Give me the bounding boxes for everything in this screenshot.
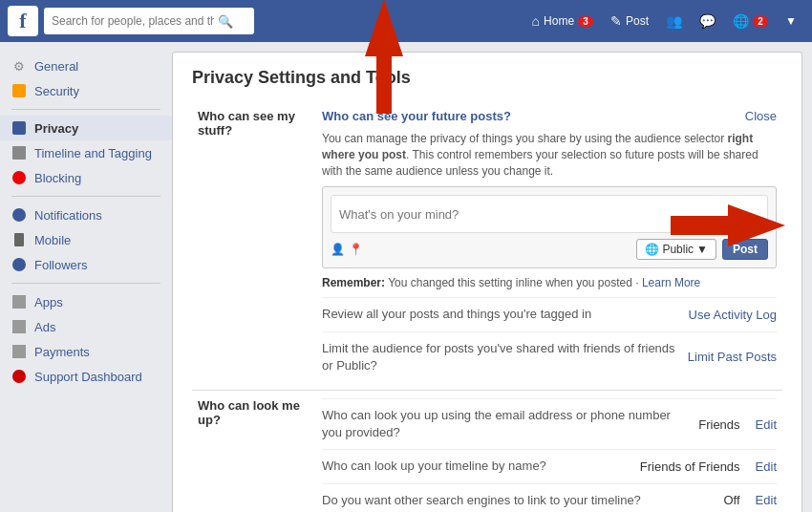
- post-nav-item[interactable]: ✎ Post: [603, 10, 656, 32]
- what-on-mind-input[interactable]: [331, 195, 768, 233]
- sidebar-item-notifications[interactable]: Notifications: [0, 203, 172, 227]
- nav-items: ⌂ Home 3 ✎ Post 👥 💬 🌐 2 ▼: [524, 10, 804, 32]
- search-bar[interactable]: 🔍: [44, 8, 254, 34]
- privacy-icon: [11, 120, 27, 136]
- payments-icon: [11, 344, 27, 359]
- sidebar-divider: [11, 109, 160, 110]
- future-posts-header: Who can see your future posts? Close: [322, 109, 777, 127]
- lock-icon: [11, 83, 27, 98]
- sidebar-item-mobile[interactable]: Mobile: [0, 227, 172, 252]
- future-posts-box: 👤 📍 🌐 Public ▼ Post: [322, 186, 777, 268]
- bell-icon: [11, 207, 27, 223]
- home-nav-item[interactable]: ⌂ Home 3: [524, 10, 601, 32]
- table-row-future-posts: Who can see my stuff? Who can see your f…: [192, 101, 782, 390]
- future-posts-desc: You can manage the privacy of things you…: [322, 131, 777, 179]
- sidebar-item-privacy[interactable]: Privacy: [0, 116, 172, 140]
- search-engines-row: Do you want other search engines to link…: [322, 483, 777, 512]
- timeline-icon: [11, 145, 27, 160]
- row-header-lookup: Who can look me up?: [192, 390, 316, 512]
- sidebar-item-ads[interactable]: Ads: [0, 314, 172, 339]
- support-icon: [11, 369, 27, 384]
- apps-icon: [11, 294, 27, 309]
- globe-small-icon: 🌐: [645, 243, 659, 256]
- sidebar: ⚙ General Security Privacy Timeline and …: [0, 42, 172, 512]
- search-icon[interactable]: 🔍: [218, 14, 233, 29]
- sidebar-item-blocking[interactable]: Blocking: [0, 165, 172, 190]
- page-title: Privacy Settings and Tools: [192, 68, 782, 88]
- name-lookup-row: Who can look up your timeline by name? F…: [322, 449, 777, 482]
- friends-nav-item[interactable]: 👥: [658, 10, 690, 32]
- name-lookup-edit[interactable]: Edit: [756, 459, 777, 474]
- globe-icon: 🌐: [733, 13, 749, 29]
- block-icon: [11, 170, 27, 185]
- row-header-future-posts: Who can see my stuff?: [192, 101, 316, 390]
- email-lookup-edit[interactable]: Edit: [756, 417, 777, 432]
- learn-more-link[interactable]: Learn More: [642, 276, 700, 289]
- sidebar-item-support[interactable]: Support Dashboard: [0, 364, 172, 389]
- mobile-icon: [11, 232, 27, 247]
- remember-text: Remember: You changed this setting inlin…: [322, 276, 777, 289]
- sidebar-divider-2: [11, 196, 160, 197]
- post-controls: 👤 📍 🌐 Public ▼ Post: [331, 239, 768, 260]
- globe-badge: 2: [753, 16, 768, 27]
- location-icon: 📍: [349, 243, 363, 256]
- activity-log-row: Review all your posts and things you're …: [322, 297, 777, 331]
- globe-nav-item[interactable]: 🌐 2: [725, 10, 776, 32]
- future-posts-section: Who can see your future posts? Close You…: [322, 109, 777, 289]
- search-engines-edit[interactable]: Edit: [756, 493, 777, 507]
- audience-selector-button[interactable]: 🌐 Public ▼: [636, 239, 716, 260]
- limit-past-link[interactable]: Limit Past Posts: [688, 350, 777, 364]
- sidebar-item-general[interactable]: ⚙ General: [0, 53, 172, 78]
- future-posts-title: Who can see your future posts?: [322, 109, 511, 123]
- followers-icon: [11, 257, 27, 272]
- post-button[interactable]: Post: [722, 239, 768, 260]
- facebook-logo: f: [8, 6, 38, 36]
- row-main-future-posts: Who can see your future posts? Close You…: [316, 101, 782, 390]
- page-wrap: ⚙ General Security Privacy Timeline and …: [0, 42, 812, 512]
- sidebar-divider-3: [11, 283, 160, 284]
- edit-icon: ✎: [610, 13, 622, 29]
- sidebar-item-payments[interactable]: Payments: [0, 339, 172, 364]
- settings-table: Who can see my stuff? Who can see your f…: [192, 101, 782, 512]
- search-input[interactable]: [52, 14, 214, 28]
- messages-nav-item[interactable]: 💬: [692, 10, 723, 32]
- messages-icon: 💬: [699, 13, 716, 29]
- close-link[interactable]: Close: [745, 109, 777, 123]
- sidebar-item-followers[interactable]: Followers: [0, 252, 172, 277]
- sidebar-item-apps[interactable]: Apps: [0, 289, 172, 314]
- sidebar-item-security[interactable]: Security: [0, 78, 172, 103]
- chevron-nav-item[interactable]: ▼: [778, 11, 804, 32]
- email-lookup-row: Who can look you up using the email addr…: [322, 398, 777, 449]
- chevron-down-icon: ▼: [785, 14, 797, 28]
- gear-icon: ⚙: [11, 58, 27, 74]
- main-content: Privacy Settings and Tools Who can see m…: [172, 52, 802, 512]
- top-navigation: f 🔍 ⌂ Home 3 ✎ Post 👥 💬 🌐 2 ▼: [0, 0, 812, 42]
- friends-icon: 👥: [666, 13, 682, 29]
- limit-past-row: Limit the audience for posts you've shar…: [322, 331, 777, 382]
- ads-icon: [11, 319, 27, 334]
- activity-log-link[interactable]: Use Activity Log: [689, 308, 778, 322]
- home-badge: 3: [578, 16, 593, 27]
- dropdown-arrow-icon: ▼: [696, 243, 708, 256]
- sidebar-item-timeline[interactable]: Timeline and Tagging: [0, 140, 172, 165]
- home-icon: ⌂: [532, 13, 540, 29]
- person-icon: 👤: [331, 243, 345, 256]
- row-main-lookup: Who can look you up using the email addr…: [316, 390, 782, 512]
- table-row-lookup: Who can look me up? Who can look you up …: [192, 390, 782, 512]
- post-icons: 👤 📍: [331, 243, 630, 256]
